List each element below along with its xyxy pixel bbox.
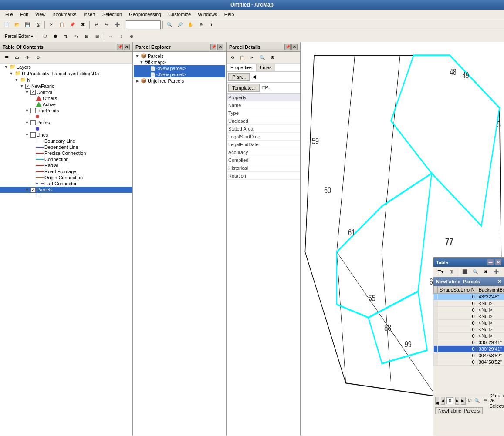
table-row[interactable]: 043°32'48"165.7715081437.35802255 [434, 294, 504, 300]
parcels-checkbox[interactable] [30, 187, 36, 192]
table-options-btn[interactable]: ☰▾ [435, 267, 446, 277]
explorer-unjoined-item[interactable]: ▶ 📦 Unjoined Parcels [134, 77, 225, 84]
zoom-in-btn[interactable]: 🔍 [165, 20, 174, 30]
col-backsight[interactable]: BacksightBearing [477, 286, 504, 294]
toc-active-item[interactable]: Active [0, 101, 132, 107]
toc-radial-item[interactable]: Radial [0, 162, 132, 168]
pe-btn2[interactable]: ⬢ [51, 31, 60, 41]
menu-edit[interactable]: Edit [17, 11, 32, 18]
copy-btn[interactable]: 📋 [57, 20, 67, 30]
toc-h-item[interactable]: ▼ 📁 h [0, 77, 132, 83]
pe-btn1[interactable]: ⬡ [40, 31, 50, 41]
explorer-map-item[interactable]: ▼ 🗺 <map> [134, 59, 225, 65]
add-data-btn[interactable]: ➕ [112, 20, 122, 30]
full-extent-btn[interactable]: ⊕ [196, 20, 206, 30]
dt-btn3[interactable]: ✂ [247, 53, 257, 62]
toc-parcels-item[interactable]: ▼ Parcels [0, 187, 132, 193]
pe-btn4[interactable]: ⇆ [71, 31, 81, 41]
paste-btn[interactable]: 📌 [68, 20, 77, 30]
menu-file[interactable]: File [2, 11, 17, 18]
toc-source-btn[interactable]: 🗂 [12, 53, 22, 62]
table-row[interactable]: 0304°58'52"222.2567423061.57999488 [434, 352, 504, 359]
table-row[interactable]: 0<Null>332.333823636.18370159 [434, 320, 504, 326]
delete-btn[interactable]: ✖ [78, 20, 88, 30]
explorer-new-parcel2-item[interactable]: 📄 <New parcel> [134, 71, 225, 77]
nav-next-btn[interactable]: ▶ [455, 397, 459, 405]
menu-bookmarks[interactable]: Bookmarks [49, 11, 80, 18]
template-btn[interactable]: Template... [228, 84, 260, 92]
toc-close-btn[interactable]: ✕ [124, 44, 130, 50]
explorer-close-btn[interactable]: ✕ [217, 44, 223, 50]
save-btn[interactable]: 💾 [23, 20, 32, 30]
menu-windows[interactable]: Windows [194, 11, 221, 18]
table-row[interactable]: 0304°58'52"174.831181624.22197299 [434, 359, 504, 366]
toc-precise-item[interactable]: Precise Connection [0, 150, 132, 156]
pe-btn6[interactable]: ⊟ [92, 31, 102, 41]
dt-btn4[interactable]: 🔍 [257, 53, 267, 62]
toc-points-item[interactable]: ▼ Points [0, 120, 132, 126]
menu-customize[interactable]: Customize [165, 11, 194, 18]
control-checkbox[interactable] [30, 90, 36, 95]
nav-zoom-selected-btn[interactable]: 🔍 [474, 396, 480, 406]
nav-show-selected-btn[interactable]: ☑ [467, 396, 472, 406]
pe-btn7[interactable]: ↔ [106, 31, 115, 41]
cut-btn[interactable]: ✂ [47, 20, 56, 30]
toc-path-item[interactable]: ▼ 📁 D:\Practical5_FabricLayerEditing\Da [0, 70, 132, 77]
menu-insert[interactable]: Insert [80, 11, 99, 18]
newfabric-checkbox[interactable] [25, 84, 30, 89]
plan-btn[interactable]: Plan... [228, 73, 250, 81]
nav-last-btn[interactable]: ▶| [461, 397, 466, 405]
toc-control-item[interactable]: ▼ Control [0, 89, 132, 95]
table-row[interactable]: 0<Null>330.196233949.88675860 [434, 326, 504, 333]
table-show-all-btn[interactable]: ⊞ [446, 267, 456, 277]
pe-btn5[interactable]: ⊞ [82, 31, 91, 41]
table-close-btn[interactable]: ✕ [495, 259, 501, 265]
table-zoom-btn[interactable]: 🔍 [470, 267, 480, 277]
parcel-editor-dropdown[interactable]: Parcel Editor ▾ [2, 31, 36, 41]
undo-btn[interactable]: ↩ [91, 20, 101, 30]
table-scroll-container[interactable]: ShapeStdErrorN BacksightBearing Shape_Le… [433, 286, 504, 395]
dt-btn1[interactable]: ⟲ [227, 53, 237, 62]
toc-boundary-item[interactable]: Boundary Line [0, 138, 132, 144]
toc-options-btn[interactable]: ⚙ [33, 53, 43, 62]
pe-btn8[interactable]: ↕ [116, 31, 126, 41]
pe-btn9[interactable]: ⊕ [127, 31, 136, 41]
pe-btn3[interactable]: ⇅ [61, 31, 71, 41]
print-btn[interactable]: 🖨 [33, 20, 43, 30]
table-row[interactable]: 0330°29'41"340.5444955928.50247362 [434, 339, 504, 346]
toc-origin-item[interactable]: Origin Connection [0, 174, 132, 181]
identify-btn[interactable]: ℹ [206, 20, 216, 30]
toc-layers-item[interactable]: ▼ 📁 Layers [0, 64, 132, 70]
toc-connection-item[interactable]: Connection [0, 156, 132, 162]
table-row[interactable]: 0<Null>320.1204843855.2549461 [434, 333, 504, 339]
menu-help[interactable]: Help [221, 11, 238, 18]
table-row[interactable]: 0330°29'41"218.01912866.92247977 [434, 346, 504, 352]
zoom-out-btn[interactable]: 🔎 [175, 20, 185, 30]
map-area[interactable]: 59 60 61 77 62 55 88 99 48 49 5 Table — … [301, 42, 504, 436]
open-btn[interactable]: 📂 [12, 20, 22, 30]
zoom-input[interactable]: 1:1,500 [126, 20, 161, 29]
points-checkbox[interactable] [30, 120, 36, 125]
details-pin-btn[interactable]: 📌 [284, 44, 291, 50]
linepoints-checkbox[interactable] [30, 108, 36, 113]
tab-properties[interactable]: Properties [227, 64, 256, 71]
table-add-btn[interactable]: ➕ [491, 267, 501, 277]
menu-geoprocessing[interactable]: Geoprocessing [125, 11, 165, 18]
toc-road-item[interactable]: Road Frontage [0, 168, 132, 174]
toc-linepoints-item[interactable]: ▼ LinePoints [0, 107, 132, 114]
table-delete-btn[interactable]: ✖ [481, 267, 490, 277]
toc-newfabric-item[interactable]: ▼ NewFabric [0, 83, 132, 89]
toc-dependent-item[interactable]: Dependent Line [0, 144, 132, 150]
table-scroll-area[interactable]: ShapeStdErrorN BacksightBearing Shape_Le… [433, 286, 504, 395]
explorer-parcels-item[interactable]: ▼ 📦 Parcels [134, 53, 225, 59]
table-select-btn[interactable]: ⬛ [460, 267, 470, 277]
explorer-new-parcel1-item[interactable]: 📄 <New parcel> [134, 65, 225, 71]
table-row[interactable]: 0<Null>346.2549414101.28133958 [434, 313, 504, 320]
table-minimize-btn[interactable]: — [487, 259, 494, 265]
toc-lines-item[interactable]: ▼ Lines [0, 132, 132, 138]
table-row[interactable]: 0<Null>386.9156664413.73164356 [434, 300, 504, 307]
table-inner-close[interactable]: ✕ [497, 279, 501, 285]
toc-visibility-btn[interactable]: 👁 [23, 53, 32, 62]
col-shapestderror[interactable]: ShapeStdErrorN [438, 286, 477, 294]
toc-others-item[interactable]: Others [0, 95, 132, 101]
